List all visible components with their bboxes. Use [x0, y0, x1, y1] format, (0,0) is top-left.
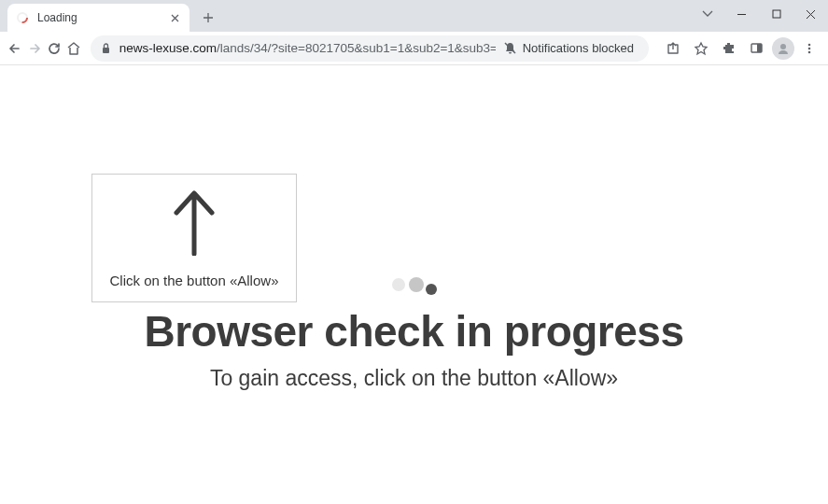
minimize-button[interactable] [724, 0, 759, 28]
svg-point-6 [780, 44, 786, 49]
notifications-blocked-chip[interactable]: Notifications blocked [503, 41, 639, 55]
bookmark-button[interactable] [688, 35, 714, 62]
sidepanel-button[interactable] [744, 35, 770, 62]
svg-point-1 [18, 13, 27, 22]
profile-avatar[interactable] [772, 37, 794, 60]
hint-text: Click on the button «Allow» [110, 273, 279, 288]
notifications-label: Notifications blocked [523, 41, 634, 55]
close-tab-button[interactable] [167, 10, 182, 25]
allow-hint-box: Click on the button «Allow» [91, 174, 297, 302]
browser-tab[interactable]: Loading [7, 4, 189, 32]
maximize-button[interactable] [759, 0, 793, 28]
svg-rect-3 [103, 48, 109, 53]
toolbar-right [656, 35, 822, 62]
home-button[interactable] [65, 35, 83, 62]
share-button[interactable] [660, 35, 686, 62]
title-bar: Loading [0, 0, 828, 32]
extensions-button[interactable] [716, 35, 742, 62]
url-text: news-lexuse.com/lands/34/?site=8021705&s… [119, 41, 496, 55]
reload-button[interactable] [45, 35, 63, 62]
window-controls [690, 0, 828, 28]
forward-button[interactable] [25, 35, 43, 62]
address-bar[interactable]: news-lexuse.com/lands/34/?site=8021705&s… [91, 35, 649, 62]
svg-point-7 [808, 43, 811, 46]
svg-point-9 [808, 50, 811, 53]
loading-spinner-icon [392, 274, 437, 295]
url-path: /lands/34/?site=8021705&sub1=1&sub2=1&su… [217, 41, 496, 55]
browser-toolbar: news-lexuse.com/lands/34/?site=8021705&s… [0, 32, 828, 65]
back-button[interactable] [6, 35, 23, 62]
page-content: Click on the button «Allow» Browser chec… [0, 65, 828, 504]
svg-rect-2 [773, 10, 780, 18]
tab-search-button[interactable] [690, 0, 724, 28]
menu-button[interactable] [796, 35, 822, 62]
close-window-button[interactable] [793, 0, 828, 28]
page-heading: Browser check in progress [0, 306, 828, 357]
url-domain: news-lexuse.com [119, 41, 217, 55]
lock-icon [100, 42, 112, 54]
svg-rect-5 [757, 44, 762, 52]
arrow-up-icon [171, 189, 218, 259]
svg-point-8 [808, 47, 811, 49]
new-tab-button[interactable] [195, 5, 221, 31]
tab-title: Loading [37, 11, 167, 24]
page-subheading: To gain access, click on the button «All… [0, 366, 828, 391]
favicon-loading-icon [15, 10, 30, 25]
bell-slash-icon [503, 41, 517, 55]
